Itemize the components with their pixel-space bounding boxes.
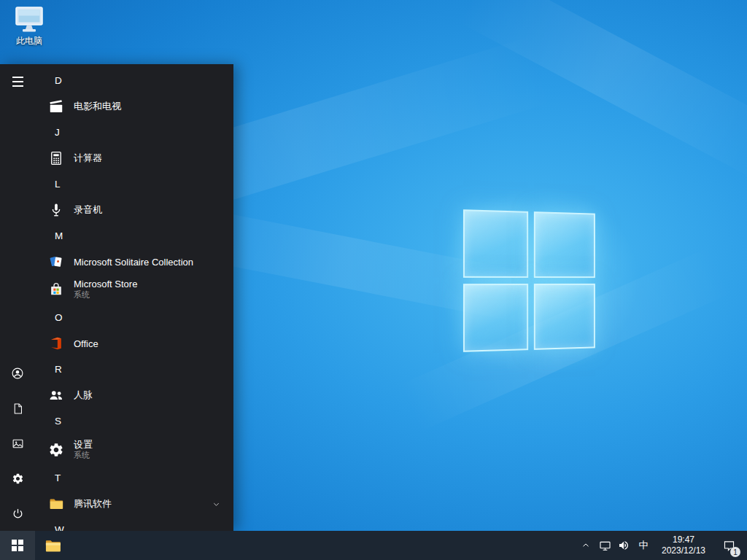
tray-ime-button[interactable]: 中 (633, 531, 654, 560)
network-icon (599, 540, 611, 552)
app-sublabel: 系统 (74, 451, 93, 460)
chevron-down-icon (212, 500, 226, 508)
app-sublabel: 系统 (74, 290, 137, 300)
hamburger-icon (12, 77, 23, 86)
calculator-icon (47, 149, 66, 168)
user-icon (11, 367, 24, 380)
system-tray: 中 19:47 2023/12/13 1 (576, 531, 747, 560)
app-label: 腾讯软件 (74, 497, 112, 510)
windows-logo-icon (12, 540, 24, 552)
section-letter-r[interactable]: R (35, 356, 233, 383)
app-label: 电影和电视 (74, 100, 121, 113)
clock-time: 19:47 (673, 534, 694, 545)
app-item-people[interactable]: 人脉 (35, 383, 233, 408)
start-menu-rail (0, 64, 35, 531)
desktop-icon-label: 此电脑 (16, 35, 42, 47)
app-label: 计算器 (74, 152, 102, 165)
folder-icon (47, 494, 66, 513)
file-explorer-button[interactable] (35, 531, 70, 560)
tray-show-hidden-icons-button[interactable] (576, 531, 595, 560)
pictures-button[interactable] (0, 426, 35, 461)
power-button[interactable] (0, 496, 35, 531)
section-letter-m[interactable]: M (35, 222, 233, 249)
desktop-icon-this-pc[interactable]: 此电脑 (8, 6, 50, 47)
logo-pane (534, 284, 595, 350)
app-item-calculator[interactable]: 计算器 (35, 146, 233, 171)
start-button[interactable] (0, 531, 35, 560)
power-icon (12, 508, 24, 520)
logo-pane (463, 209, 528, 278)
app-item-settings[interactable]: 设置 系统 (35, 435, 233, 464)
people-icon (47, 386, 66, 405)
app-item-tencent-folder[interactable]: 腾讯软件 (35, 491, 233, 516)
app-item-voice-recorder[interactable]: 录音机 (35, 198, 233, 222)
microphone-icon (47, 201, 66, 219)
app-item-movies-tv[interactable]: 电影和电视 (35, 94, 233, 119)
movies-tv-icon (47, 97, 66, 116)
tray-network-button[interactable] (595, 531, 614, 560)
chevron-up-icon (581, 541, 590, 550)
clock-date: 2023/12/13 (662, 545, 705, 556)
app-label: Office (74, 338, 98, 349)
document-icon (12, 402, 24, 415)
app-item-solitaire[interactable]: Microsoft Solitaire Collection (35, 249, 233, 274)
solitaire-cards-icon (47, 252, 66, 271)
app-label: 设置 (74, 439, 93, 451)
app-item-office[interactable]: Office (35, 331, 233, 356)
app-item-microsoft-store[interactable]: Microsoft Store 系统 (35, 274, 233, 304)
tray-clock-button[interactable]: 19:47 2023/12/13 (654, 531, 713, 560)
computer-icon (13, 6, 45, 34)
app-label: 人脉 (74, 389, 93, 402)
settings-button[interactable] (0, 461, 35, 496)
section-letter-o[interactable]: O (35, 304, 233, 331)
rail-spacer (0, 99, 35, 356)
folder-icon (44, 537, 62, 555)
app-label: 录音机 (74, 203, 102, 217)
section-letter-l[interactable]: L (35, 171, 233, 198)
logo-pane (534, 211, 595, 278)
account-button[interactable] (0, 356, 35, 391)
start-menu-app-list: D 电影和电视 J 计算器 L (35, 64, 233, 531)
section-letter-d[interactable]: D (35, 67, 233, 94)
store-bag-icon (47, 280, 66, 299)
taskbar: 中 19:47 2023/12/13 1 (0, 531, 747, 560)
section-letter-w[interactable]: W (35, 516, 233, 531)
tray-volume-button[interactable] (614, 531, 633, 560)
gear-icon (47, 440, 66, 459)
app-label: Microsoft Solitaire Collection (74, 257, 193, 268)
logo-pane (463, 284, 528, 352)
app-label: Microsoft Store (74, 279, 137, 290)
gear-icon (12, 472, 24, 485)
notification-badge: 1 (730, 547, 740, 557)
speaker-icon (618, 540, 630, 551)
pictures-icon (12, 438, 24, 450)
windows-hero-logo (463, 209, 595, 352)
section-letter-t[interactable]: T (35, 464, 233, 491)
section-letter-j[interactable]: J (35, 119, 233, 146)
documents-button[interactable] (0, 391, 35, 426)
action-center-button[interactable]: 1 (713, 531, 744, 560)
office-icon (47, 334, 66, 353)
start-menu-expand-button[interactable] (0, 64, 35, 99)
section-letter-s[interactable]: S (35, 408, 233, 435)
start-menu: D 电影和电视 J 计算器 L (0, 64, 233, 531)
ime-mode-label: 中 (639, 539, 649, 552)
